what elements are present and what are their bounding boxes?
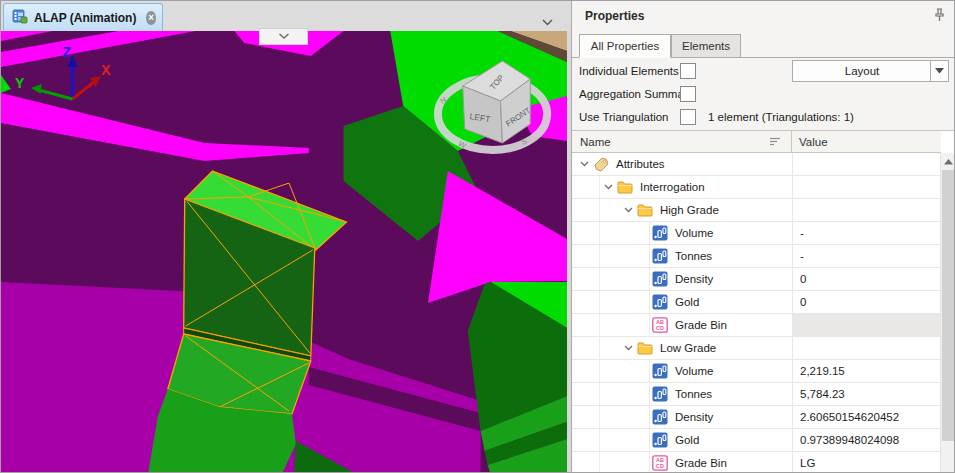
table-row[interactable]: Tonnes5,784.23 (572, 383, 941, 406)
text-attribute-icon: ABCD (652, 317, 669, 333)
expander-icon (624, 345, 633, 351)
indent-guide (600, 383, 650, 405)
pin-icon[interactable] (933, 8, 946, 27)
table-scrollbar[interactable] (940, 153, 955, 473)
table-row[interactable]: Density2.60650154620452 (572, 406, 941, 429)
indent-guide (600, 406, 650, 428)
table-row[interactable]: Tonnes- (572, 245, 941, 268)
numeric-attribute-icon (652, 432, 669, 448)
folder-icon (637, 203, 654, 217)
tab-list-chevron-icon[interactable] (542, 12, 553, 30)
indent-guide (600, 291, 650, 313)
layout-dropdown-arrow-icon[interactable] (930, 61, 948, 81)
table-row[interactable]: Attributes (572, 153, 941, 176)
viewport-pane: ALAP (Animation) × (1, 1, 571, 473)
use-triangulation-label: Use Triangulation (579, 106, 669, 128)
folder-icon (617, 179, 634, 195)
indent-guide (572, 429, 600, 451)
table-row[interactable]: ABCDGrade BinLG (572, 452, 941, 473)
table-row[interactable]: Volume2,219.15 (572, 360, 941, 383)
row-name-label: Attributes (616, 158, 665, 170)
option-row-aggregation-summary: Aggregation Summary (572, 83, 955, 105)
row-value-cell[interactable] (792, 153, 941, 175)
expander-collapse-icon[interactable] (576, 161, 593, 167)
expander-icon (580, 161, 589, 167)
expander-collapse-icon[interactable] (620, 207, 637, 213)
table-row[interactable]: High Grade (572, 199, 941, 222)
table-row[interactable]: Gold0.97389948024098 (572, 429, 941, 452)
animation-file-icon (12, 8, 28, 28)
row-value-cell[interactable]: - (792, 245, 941, 267)
column-header-value[interactable]: Value (792, 131, 941, 152)
folder-icon (637, 340, 654, 356)
row-value-cell[interactable] (792, 176, 941, 198)
row-name-cell: Volume (572, 360, 792, 382)
row-name-cell: Tonnes (572, 245, 792, 267)
tab-all-properties[interactable]: All Properties (579, 34, 671, 58)
row-value-cell[interactable] (792, 337, 941, 359)
indent-guide (572, 337, 600, 359)
svg-text:CD: CD (656, 463, 664, 469)
folder-icon (637, 341, 654, 355)
document-tab-bar: ALAP (Animation) × (1, 1, 571, 31)
indent-guide (600, 429, 650, 451)
tree-rows-container: AttributesInterrogationHigh GradeVolume-… (572, 153, 955, 473)
layout-dropdown[interactable]: Layout (792, 60, 949, 82)
individual-elements-label: Individual Elements (579, 60, 679, 82)
row-value-cell[interactable]: 5,784.23 (792, 383, 941, 405)
row-name-label: Low Grade (660, 342, 716, 354)
aggregation-summary-checkbox[interactable] (680, 86, 696, 102)
row-value-cell[interactable]: - (792, 222, 941, 244)
table-row[interactable]: Interrogation (572, 176, 941, 199)
table-row[interactable]: Density0 (572, 268, 941, 291)
indent-guide (600, 245, 650, 267)
properties-panel: Properties All Properties Elements Indiv… (571, 1, 955, 473)
row-value-cell[interactable]: 0 (792, 268, 941, 290)
document-tab-alap-animation[interactable]: ALAP (Animation) × (3, 3, 163, 31)
summary-sort-icon[interactable] (770, 136, 781, 148)
text-attribute-icon: ABCD (652, 455, 668, 471)
numeric-attribute-icon (652, 225, 668, 241)
attributes-tag-icon (593, 156, 610, 172)
row-value-cell[interactable]: 0.97389948024098 (792, 429, 941, 451)
scrollbar-thumb[interactable] (942, 170, 955, 441)
table-row[interactable]: Volume- (572, 222, 941, 245)
row-value-cell[interactable]: 2,219.15 (792, 360, 941, 382)
numeric-attribute-icon (652, 363, 668, 379)
row-value-cell[interactable]: 2.60650154620452 (792, 406, 941, 428)
row-value-cell[interactable] (792, 199, 941, 221)
numeric-attribute-icon (652, 409, 669, 425)
tab-close-icon[interactable]: × (146, 11, 156, 25)
indent-guide (600, 337, 620, 359)
row-value-cell[interactable] (792, 314, 941, 336)
use-triangulation-checkbox[interactable] (680, 109, 696, 125)
expander-collapse-icon[interactable] (620, 345, 637, 351)
viewport-toolbar-handle[interactable] (259, 28, 308, 45)
row-name-cell: Gold (572, 291, 792, 313)
table-row[interactable]: Low Grade (572, 337, 941, 360)
triangulation-note: 1 element (Triangulations: 1) (708, 106, 854, 128)
indent-guide (572, 199, 600, 221)
scroll-up-icon[interactable] (941, 153, 955, 170)
row-name-cell: Interrogation (572, 176, 792, 198)
3d-viewport[interactable]: Z X Y N W S TOP LEFT FRONT (1, 31, 567, 473)
table-row[interactable]: Gold0 (572, 291, 941, 314)
3d-viewport-scene: Z X Y N W S TOP LEFT FRONT (1, 31, 567, 473)
tab-elements[interactable]: Elements (671, 34, 741, 58)
expander-icon (624, 207, 633, 213)
indent-guide (600, 222, 650, 244)
individual-elements-checkbox[interactable] (680, 63, 696, 79)
column-header-name[interactable]: Name (572, 131, 792, 152)
numeric-attribute-icon (652, 432, 668, 448)
properties-panel-header: Properties (572, 1, 955, 31)
layout-dropdown-value: Layout (793, 61, 931, 81)
row-name-label: Tonnes (675, 250, 712, 262)
indent-guide (572, 452, 600, 473)
row-value-cell[interactable]: 0 (792, 291, 941, 313)
expander-icon (604, 184, 613, 190)
row-value-cell[interactable]: LG (792, 452, 941, 473)
expander-collapse-icon[interactable] (600, 184, 617, 190)
row-name-label: Density (675, 411, 713, 423)
table-row[interactable]: ABCDGrade Bin (572, 314, 941, 337)
indent-guide (600, 199, 620, 221)
